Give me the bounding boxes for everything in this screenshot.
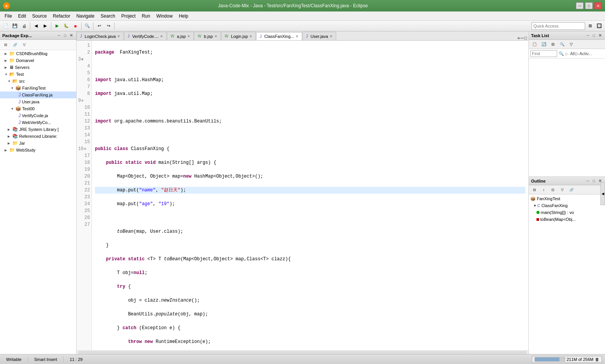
- tab-close-icon[interactable]: ✕: [249, 34, 252, 38]
- minimize-button[interactable]: ─: [576, 2, 584, 9]
- menu-search[interactable]: Search: [98, 13, 118, 20]
- task-close-icon[interactable]: ✕: [597, 33, 603, 38]
- tree-item-vertifycode[interactable]: ▶ J VertifyCode.ja: [0, 112, 76, 119]
- outline-menu-btn[interactable]: ▽: [558, 186, 566, 194]
- tree-item-fanxingtest[interactable]: ▼ 📦 FanXingTest: [0, 85, 76, 91]
- task-find-bar: 🔍 ▷ All ▷ Activ...: [529, 49, 605, 59]
- tab-min-icon[interactable]: ─: [521, 36, 524, 40]
- tab-loginjsp[interactable]: W Login.jsp ✕: [221, 32, 256, 40]
- tree-item-classfanxing[interactable]: ▶ J ClassFanXing.ja: [0, 91, 76, 98]
- tab-max-icon[interactable]: □: [524, 36, 527, 40]
- toolbar-perspectives[interactable]: ⊞: [586, 22, 594, 30]
- task-list-title: Task List: [531, 33, 549, 38]
- pe-menu-btn[interactable]: ▽: [20, 41, 28, 49]
- tree-arrow: ▶: [8, 135, 11, 138]
- maximize-button[interactable]: □: [585, 2, 593, 9]
- outline-item-main[interactable]: main(String[]) : vo: [530, 209, 604, 216]
- folder-icon: 📂: [9, 72, 15, 77]
- toolbar-run[interactable]: ▶: [53, 22, 61, 30]
- menu-source[interactable]: Source: [29, 13, 50, 20]
- tab-ajsp[interactable]: W a.jsp ✕: [167, 32, 194, 40]
- tab-logincheck[interactable]: J LoginCheck.java ✕: [77, 32, 124, 40]
- outline-sort-btn[interactable]: ↕: [540, 186, 548, 194]
- all-tasks-label[interactable]: All: [570, 51, 575, 56]
- tab-vertifycode[interactable]: J VertifyCode.... ✕: [124, 32, 167, 40]
- toolbar-views[interactable]: 🔲: [595, 22, 603, 30]
- menu-help[interactable]: Help: [176, 13, 191, 20]
- outline-sync-btn[interactable]: 🔗: [567, 186, 576, 194]
- task-new-btn[interactable]: 📋: [530, 40, 539, 49]
- outline-minimize-icon[interactable]: ─: [585, 178, 590, 184]
- menu-window[interactable]: Window: [153, 13, 176, 20]
- tree-item-servers[interactable]: ▶ 🖥 Servers: [0, 64, 76, 71]
- tab-close-icon[interactable]: ✕: [296, 34, 299, 38]
- task-minimize-icon[interactable]: ─: [585, 33, 590, 38]
- status-memory[interactable]: 211M of 256M 🗑: [532, 356, 602, 363]
- tree-item-webstudy[interactable]: ▶ 📁 WebStudy: [0, 147, 76, 153]
- tab-overflow-icon[interactable]: »: [517, 36, 520, 40]
- menu-edit[interactable]: Edit: [15, 13, 29, 20]
- toolbar-stop[interactable]: ■: [71, 22, 80, 30]
- toolbar-print[interactable]: 🖨: [20, 22, 28, 30]
- outline-item-tobean[interactable]: toBean(Map<Obj...: [530, 216, 604, 223]
- tree-item-csdnbrushblog[interactable]: ▶ 📁 CSDNBrushBlog: [0, 50, 76, 57]
- tree-item-src[interactable]: ▼ 📂 src: [0, 78, 76, 85]
- toolbar-forward[interactable]: ▶: [41, 22, 49, 30]
- outline-item-fanxingtest[interactable]: 📦 FanXingTest: [530, 195, 604, 202]
- toolbar-new[interactable]: 📄: [2, 22, 10, 30]
- lib-icon: 📚: [12, 127, 18, 132]
- line-num: 7: [78, 83, 90, 90]
- tab-close-icon[interactable]: ✕: [330, 34, 333, 38]
- outline-collapse-btn[interactable]: ⊟: [530, 186, 539, 194]
- task-filter-btn[interactable]: 🔍: [558, 40, 566, 49]
- tree-item-jar[interactable]: ▶ 📁 Jar: [0, 140, 76, 147]
- horizontal-scrollbar[interactable]: [77, 350, 528, 354]
- tab-close-icon[interactable]: ✕: [187, 34, 190, 38]
- side-panel-collapse[interactable]: ◀: [600, 182, 605, 205]
- code-line-5: [95, 104, 525, 111]
- tree-item-webvertifyco[interactable]: ▶ J WebVertifyCo...: [0, 119, 76, 126]
- tab-close-icon[interactable]: ✕: [214, 34, 217, 38]
- task-refresh-btn[interactable]: 🔄: [540, 40, 548, 49]
- menu-refactor[interactable]: Refactor: [50, 13, 73, 20]
- tree-item-domarvel[interactable]: ▶ 📁 Domarvel: [0, 57, 76, 64]
- outline-filter-btn[interactable]: ⊡: [549, 186, 557, 194]
- tab-userjava[interactable]: J User.java ✕: [302, 32, 336, 40]
- outline-item-classfanxing[interactable]: ▼ C ClassFanXing: [530, 202, 604, 209]
- close-button[interactable]: ✕: [594, 2, 602, 9]
- close-panel-icon[interactable]: ✕: [69, 33, 74, 38]
- gc-icon[interactable]: 🗑: [595, 357, 599, 362]
- tree-item-test[interactable]: ▼ 📂 Test: [0, 71, 76, 78]
- task-menu-btn[interactable]: ▽: [567, 40, 576, 49]
- tab-close-icon[interactable]: ✕: [117, 34, 120, 38]
- task-maximize-icon[interactable]: □: [591, 33, 597, 38]
- menu-file[interactable]: File: [2, 13, 15, 20]
- task-collapse-btn[interactable]: ⊟: [549, 40, 557, 49]
- outline-maximize-icon[interactable]: □: [591, 178, 597, 184]
- tree-item-reflibs[interactable]: ▶ 📚 Referenced Librarie:: [0, 133, 76, 140]
- tree-item-user[interactable]: ▶ J User.java: [0, 98, 76, 105]
- menu-navigate[interactable]: Navigate: [73, 13, 97, 20]
- activ-label[interactable]: Activ...: [579, 51, 592, 56]
- menu-project[interactable]: Project: [118, 13, 139, 20]
- pe-collapse-btn[interactable]: ⊟: [2, 41, 10, 49]
- minimize-panel-icon[interactable]: ─: [56, 33, 62, 38]
- quick-access-input[interactable]: [533, 24, 583, 28]
- tree-item-jre[interactable]: ▶ 📚 JRE System Library [: [0, 126, 76, 133]
- toolbar-back[interactable]: ◀: [32, 22, 40, 30]
- tab-classfanxing[interactable]: J ClassFanXing... ✕: [256, 32, 302, 41]
- toolbar-search[interactable]: 🔍: [83, 22, 92, 30]
- maximize-panel-icon[interactable]: □: [62, 33, 68, 38]
- code-content[interactable]: package FanXingTest; import java.util.Ha…: [92, 41, 528, 350]
- pe-link-btn[interactable]: 🔗: [11, 41, 19, 49]
- toolbar-save[interactable]: 💾: [11, 22, 19, 30]
- toolbar-undo[interactable]: ↩: [95, 22, 103, 30]
- toolbar-debug[interactable]: 🐛: [62, 22, 70, 30]
- task-find-input[interactable]: [530, 50, 557, 57]
- menu-run[interactable]: Run: [139, 13, 153, 20]
- toolbar-redo[interactable]: ↪: [104, 22, 113, 30]
- tab-close-icon[interactable]: ✕: [160, 34, 163, 38]
- tab-bjsp[interactable]: W b.jsp ✕: [194, 32, 221, 40]
- find-search-icon[interactable]: 🔍: [559, 51, 564, 56]
- tree-item-test00[interactable]: ▼ 📦 Test00: [0, 105, 76, 112]
